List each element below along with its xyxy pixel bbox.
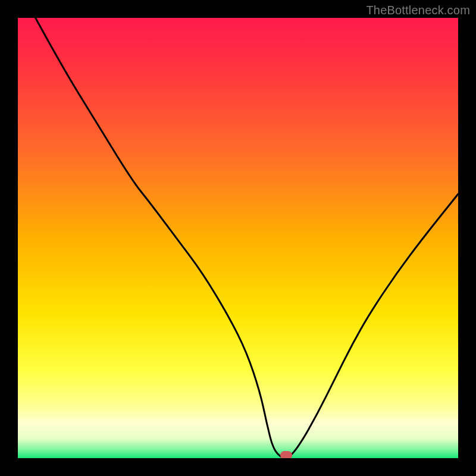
plot-area [18, 18, 458, 458]
watermark-text: TheBottleneck.com [366, 4, 470, 17]
optimal-point-marker [280, 451, 292, 458]
bottleneck-curve [18, 18, 458, 458]
chart-frame: TheBottleneck.com [0, 0, 476, 476]
